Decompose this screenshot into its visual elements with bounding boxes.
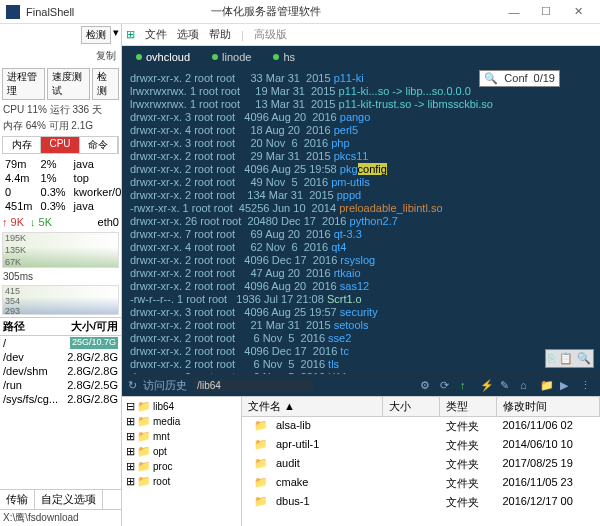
file-row[interactable]: 📁apr-util-1文件夹2014/06/10 10 <box>242 436 600 455</box>
terminal-line: drwxr-xr-x. 7 root root 69 Aug 20 2016 q… <box>130 228 592 241</box>
search-icon: 🔍 <box>484 72 498 85</box>
file-row[interactable]: 📁alsa-lib文件夹2016/11/06 02 <box>242 417 600 436</box>
size-header: 大小/可用 <box>71 319 118 334</box>
connect-icon[interactable]: ⊞ <box>126 28 135 41</box>
download-icon[interactable]: ⚡ <box>480 379 494 393</box>
process-row[interactable]: 4.4m1%top <box>2 172 122 184</box>
upload-icon[interactable]: ↑ <box>460 379 474 393</box>
home-icon[interactable]: ⌂ <box>520 379 534 393</box>
copy-icon[interactable]: ⎘ <box>548 352 555 365</box>
close-button[interactable]: ✕ <box>562 5 594 18</box>
session-tab[interactable]: linode <box>202 49 261 65</box>
process-mgr-button[interactable]: 进程管理 <box>2 68 45 100</box>
menu-pro[interactable]: 高级版 <box>254 27 287 42</box>
local-path: X:\鹰\fsdownload <box>0 509 121 526</box>
process-row[interactable]: 00.3%kworker/0:2 <box>2 186 122 198</box>
terminal-line: drwxr-xr-x. 2 root root 47 Aug 20 2016 r… <box>130 267 592 280</box>
detect-button-2[interactable]: 检测 <box>92 68 119 100</box>
col-size[interactable]: 大小 <box>383 397 440 416</box>
path-input[interactable] <box>193 379 313 392</box>
maximize-button[interactable]: ☐ <box>530 5 562 18</box>
terminal-line: drwxr-xr-x. 2 root root 134 Mar 31 2015 … <box>130 189 592 202</box>
tab-transfer[interactable]: 传输 <box>0 490 35 509</box>
path-header: 路径 <box>3 319 25 334</box>
history-label: 访问历史 <box>143 378 187 393</box>
net-up: ↑ 9K <box>2 216 24 228</box>
tree-node[interactable]: ⊟📁lib64 <box>124 399 239 414</box>
search-count: 0/19 <box>534 72 555 85</box>
tree-node[interactable]: ⊞📁mnt <box>124 429 239 444</box>
search-icon[interactable]: 🔍 <box>577 352 591 365</box>
tree-node[interactable]: ⊞📁opt <box>124 444 239 459</box>
tool-icon[interactable]: ⚙ <box>420 379 434 393</box>
folder-icon[interactable]: 📁 <box>540 379 554 393</box>
search-box[interactable]: 🔍 Conf 0/19 <box>479 70 560 87</box>
terminal[interactable]: 🔍 Conf 0/19 drwxr-xr-x. 2 root root 33 M… <box>122 68 600 374</box>
edit-icon[interactable]: ✎ <box>500 379 514 393</box>
process-table: 79m2%java4.4m1%top00.3%kworker/0:2451m0.… <box>0 156 122 214</box>
col-name[interactable]: 文件名 ▲ <box>242 397 383 416</box>
left-panel: 检测 ▾ 复制 进程管理 速度测试 检测 CPU 11% 运行 336 天 内存… <box>0 24 122 526</box>
file-tree[interactable]: ⊟📁lib64⊞📁media⊞📁mnt⊞📁opt⊞📁proc⊞📁root <box>122 397 242 526</box>
tree-node[interactable]: ⊞📁root <box>124 474 239 489</box>
terminal-line: drwxr-xr-x. 2 root root 4096 Aug 25 19:5… <box>130 163 592 176</box>
file-list[interactable]: 文件名 ▲ 大小 类型 修改时间 📁alsa-lib文件夹2016/11/06 … <box>242 397 600 526</box>
detect-button[interactable]: 检测 <box>81 26 111 44</box>
net-iface: eth0 <box>98 216 119 228</box>
terminal-line: drwxr-xr-x. 4 root root 62 Nov 6 2016 qt… <box>130 241 592 254</box>
terminal-line: -rwxr-xr-x. 1 root root 45256 Jun 10 201… <box>130 202 592 215</box>
session-tab[interactable]: hs <box>263 49 305 65</box>
menu-help[interactable]: 帮助 <box>209 27 231 42</box>
file-row[interactable]: 📁cmake文件夹2016/11/05 23 <box>242 474 600 493</box>
history-icon[interactable]: ↻ <box>128 379 137 392</box>
file-row[interactable]: 📁dbus-1文件夹2016/12/17 00 <box>242 493 600 512</box>
terminal-line: drwxr-xr-x. 3 root root 4096 Aug 20 2016… <box>130 111 592 124</box>
mem-info: 内存 64% 可用 2.1G <box>0 118 121 134</box>
fs-row[interactable]: /dev/shm2.8G/2.8G <box>0 364 121 378</box>
menu-file[interactable]: 文件 <box>145 27 167 42</box>
terminal-action-icons: ⎘ 📋 🔍 <box>545 349 594 368</box>
file-row[interactable]: 📁audit文件夹2017/08/25 19 <box>242 455 600 474</box>
fs-row[interactable]: /dev2.8G/2.8G <box>0 350 121 364</box>
terminal-line: drwxr-xr-x. 2 root root 29 Mar 31 2015 p… <box>130 150 592 163</box>
dropdown-icon[interactable]: ▾ <box>113 26 119 44</box>
col-date[interactable]: 修改时间 <box>497 397 601 416</box>
terminal-line: lrwxrwxrwx. 1 root root 13 Mar 31 2015 p… <box>130 98 592 111</box>
search-query: Conf <box>504 72 527 85</box>
minimize-button[interactable]: — <box>498 6 530 18</box>
terminal-line: drwxr-xr-x. 2 root root 21 Mar 31 2015 s… <box>130 319 592 332</box>
terminal-line: drwxr-xr-x. 3 root root 20 Nov 6 2016 ph… <box>130 137 592 150</box>
process-row[interactable]: 79m2%java <box>2 158 122 170</box>
terminal-line: drwxr-xr-x. 2 root root 6 Nov 5 2016 sse… <box>130 332 592 345</box>
tree-node[interactable]: ⊞📁proc <box>124 459 239 474</box>
net-down: ↓ 5K <box>30 216 52 228</box>
fs-row[interactable]: /run2.8G/2.5G <box>0 378 121 392</box>
tab-command[interactable]: 命令 <box>80 137 118 153</box>
tab-custom[interactable]: 自定义选项 <box>35 490 103 509</box>
copy-button[interactable]: 复制 <box>93 48 119 64</box>
fs-row[interactable]: /25G/10.7G <box>0 336 121 350</box>
more-icon[interactable]: ⋮ <box>580 379 594 393</box>
latency-chart: 415 354 293 <box>2 285 119 315</box>
terminal-line: drwxr-xr-x. 26 root root 20480 Dec 17 20… <box>130 215 592 228</box>
terminal-line: drwxr-xr-x. 2 root root 49 Nov 5 2016 pm… <box>130 176 592 189</box>
menu-view[interactable]: 选项 <box>177 27 199 42</box>
network-chart: 195K 135K 67K <box>2 232 119 268</box>
fs-row[interactable]: /sys/fs/cg...2.8G/2.8G <box>0 392 121 406</box>
paste-icon[interactable]: 📋 <box>559 352 573 365</box>
terminal-line: drwxr-xr-x. 4 root root 18 Aug 20 2016 p… <box>130 124 592 137</box>
terminal-line: -rw-r--r--. 1 root root 1936 Jul 17 21:0… <box>130 293 592 306</box>
process-row[interactable]: 451m0.3%java <box>2 200 122 212</box>
speed-test-button[interactable]: 速度测试 <box>47 68 90 100</box>
col-type[interactable]: 类型 <box>440 397 497 416</box>
session-tab[interactable]: ovhcloud <box>126 49 200 65</box>
app-title: FinalShell <box>26 6 203 18</box>
latency: 305ms <box>0 270 121 283</box>
cpu-info: CPU 11% 运行 336 天 <box>0 102 121 118</box>
tab-cpu[interactable]: CPU <box>41 137 79 153</box>
tree-node[interactable]: ⊞📁media <box>124 414 239 429</box>
tab-memory[interactable]: 内存 <box>3 137 41 153</box>
app-logo <box>6 5 20 19</box>
refresh-icon[interactable]: ⟳ <box>440 379 454 393</box>
play-icon[interactable]: ▶ <box>560 379 574 393</box>
